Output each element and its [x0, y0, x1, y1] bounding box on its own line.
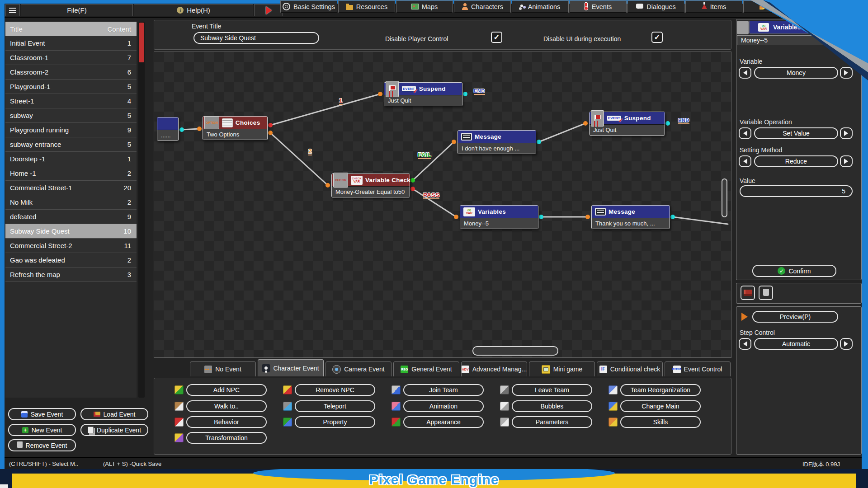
event-block-button[interactable] [741, 286, 755, 300]
operation-select[interactable]: Set Value [754, 127, 838, 139]
tab-events[interactable]: Events [570, 0, 627, 13]
tab-skills[interactable]: Skills [743, 0, 800, 13]
change-main-button[interactable]: Change Main [620, 400, 701, 412]
tab-advanced-manage[interactable]: ADV Advanced Manag... [461, 361, 527, 376]
save-event-button[interactable]: Save Event [8, 408, 76, 420]
node-message-2[interactable]: Message Thank you so much, ... [591, 205, 670, 229]
tab-dialogues[interactable]: Dialogues [627, 0, 684, 13]
event-list-row[interactable]: Home -12 [5, 166, 137, 181]
behavior-button[interactable]: Behavior [186, 416, 267, 428]
tab-skill-trees[interactable]: Skill Trees [801, 0, 858, 13]
tab-no-event[interactable]: No Event [190, 361, 256, 376]
event-list-row[interactable]: No Milk2 [5, 195, 137, 210]
tab-conditional-check[interactable]: IF Conditional check [597, 361, 663, 376]
method-prev-button[interactable] [739, 155, 751, 167]
method-next-button[interactable] [840, 155, 853, 167]
operation-prev-button[interactable] [739, 127, 751, 139]
event-list-row[interactable]: Gao was defeated2 [5, 253, 137, 267]
parameters-button[interactable]: Parameters [512, 416, 592, 428]
method-select[interactable]: Reduce [754, 155, 838, 167]
event-list-scrollbar[interactable] [138, 22, 145, 398]
event-list-row[interactable]: Street-14 [5, 94, 137, 108]
tab-mini-game[interactable]: Mini game [529, 361, 595, 376]
step-control-next-button[interactable] [840, 338, 853, 350]
bubbles-button[interactable]: Bubbles [512, 400, 592, 412]
add-npc-button[interactable]: Add NPC [186, 384, 267, 396]
load-event-label: Load Event [104, 411, 136, 418]
tab-general-event[interactable]: REG General Event [393, 361, 459, 376]
tab-camera-event[interactable]: Camera Event [326, 361, 392, 376]
duplicate-event-button[interactable]: Duplicate Event [80, 424, 148, 436]
node-variable-check[interactable]: CHECK CHECKVAR Variable Check Money-Grea… [331, 174, 410, 197]
remove-npc-button[interactable]: Remove NPC [295, 384, 375, 396]
disable-player-control-checkbox[interactable]: ✓ [491, 32, 502, 43]
event-list-row[interactable]: subway5 [5, 108, 137, 123]
tab-resources[interactable]: Resources [338, 0, 395, 13]
tab-event-control[interactable]: EVENT Event Control [665, 361, 731, 376]
node-stub[interactable]: ...... [157, 117, 179, 141]
event-list-row[interactable]: Refresh the map3 [5, 267, 137, 282]
remove-event-button[interactable]: Remove Event [8, 439, 76, 451]
node-title: Suspend [624, 115, 651, 122]
node-suspend-1[interactable]: EVENT✓ Suspend Just Quit [384, 82, 462, 106]
node-header: Message [458, 131, 536, 143]
event-list-row[interactable]: Initial Event1 [5, 36, 137, 51]
disable-ui-checkbox[interactable]: ✓ [651, 32, 663, 43]
canvas-vertical-scrollbar-thumb[interactable] [722, 178, 727, 217]
new-event-button[interactable]: + New Event [8, 424, 76, 436]
step-control-select[interactable]: Automatic [754, 338, 838, 350]
canvas-horizontal-scrollbar-thumb[interactable] [472, 346, 558, 356]
walk-to-icon [175, 402, 184, 411]
step-control-prev-button[interactable] [739, 338, 751, 350]
tab-maps[interactable]: Maps [396, 0, 453, 13]
panel-collapse-button[interactable] [737, 21, 749, 34]
load-event-button[interactable]: Load Event [80, 408, 148, 420]
preview-button[interactable]: Preview(P) [752, 311, 838, 323]
appearance-button[interactable]: Appearance [403, 416, 484, 428]
event-list-row[interactable]: subway entrance5 [5, 137, 137, 152]
variable-prev-button[interactable] [739, 67, 751, 79]
tab-characters[interactable]: Characters [454, 0, 511, 13]
option-badge-icon: OPTION [204, 116, 219, 129]
event-list-row[interactable]: Doorstep -11 [5, 152, 137, 166]
variable-next-button[interactable] [840, 67, 853, 79]
team-reorganization-button[interactable]: Team Reorganization [620, 384, 701, 396]
tab-items[interactable]: Items [685, 0, 742, 13]
variable-select[interactable]: Money [754, 67, 838, 79]
save-icon [21, 411, 28, 418]
transformation-button[interactable]: Transformation [186, 432, 267, 444]
event-list-scrollbar-thumb[interactable] [139, 23, 144, 62]
menu-help[interactable]: iHelp(H) [134, 4, 253, 16]
row-content: 9 [127, 126, 137, 134]
tab-basic-settings[interactable]: Basic Settings [280, 0, 337, 13]
hamburger-menu-button[interactable] [5, 4, 20, 16]
value-input[interactable]: 5 [740, 185, 853, 197]
join-team-button[interactable]: Join Team [403, 384, 484, 396]
event-list-row[interactable]: Playground running9 [5, 123, 137, 137]
delete-node-button[interactable] [759, 286, 773, 300]
event-title-input[interactable]: Subway Side Quest [193, 32, 319, 44]
confirm-button[interactable]: ✓ Confirm [752, 265, 836, 277]
node-message-1[interactable]: Message I don't have enough ... [458, 130, 536, 154]
event-list-row[interactable]: defeated9 [5, 210, 137, 224]
skills-command-button[interactable]: Skills [620, 416, 701, 428]
leave-team-button[interactable]: Leave Team [512, 384, 592, 396]
menu-file[interactable]: File(F) [21, 4, 133, 16]
operation-next-button[interactable] [840, 127, 853, 139]
teleport-button[interactable]: Teleport [295, 400, 375, 412]
tab-character-event[interactable]: Character Event [258, 359, 324, 376]
node-suspend-2[interactable]: EVENT✓ Suspend Just Quit [589, 112, 665, 136]
event-list-row-selected[interactable]: Subway Side Quest10 [5, 224, 137, 239]
event-list-row[interactable]: Classroom-17 [5, 51, 137, 65]
run-button[interactable] [254, 4, 283, 16]
event-list-row[interactable]: Classroom-26 [5, 65, 137, 80]
property-button[interactable]: Property [295, 416, 375, 428]
event-list-row[interactable]: Playground-15 [5, 80, 137, 94]
tab-animations[interactable]: Animations [512, 0, 569, 13]
walk-to-button[interactable]: Walk to.. [186, 400, 267, 412]
event-list-row[interactable]: Commercial Street-120 [5, 181, 137, 195]
node-variables[interactable]: (X)VAR Variables Money--5 [460, 205, 538, 229]
animation-command-button[interactable]: Animation [403, 400, 484, 412]
node-choices[interactable]: OPTION Choices Two Options [203, 116, 268, 140]
event-list-row[interactable]: Commercial Street-211 [5, 239, 137, 253]
